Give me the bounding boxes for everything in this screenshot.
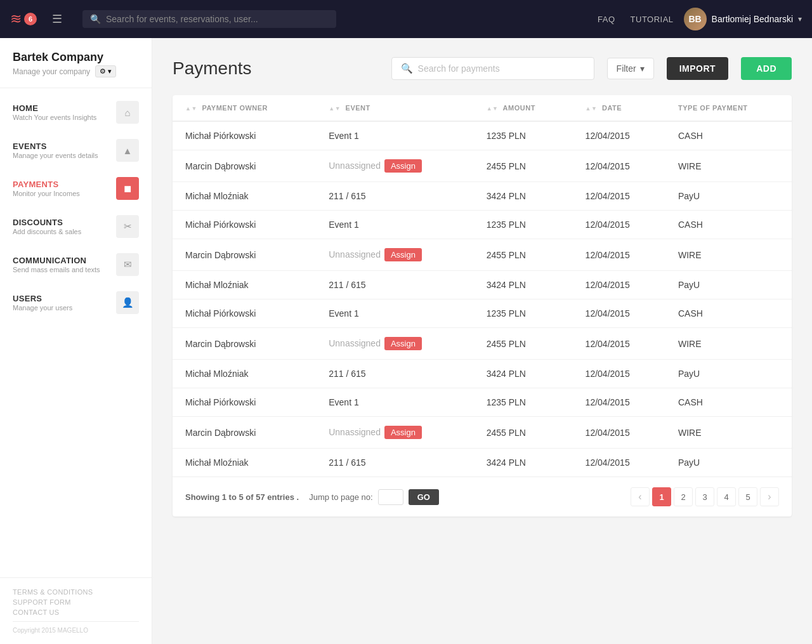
assign-button[interactable]: Assign [384, 426, 422, 439]
notification-badge[interactable]: 6 [24, 13, 37, 25]
unassigned-text: Unnassigned [329, 249, 381, 260]
col-date[interactable]: ▲▼ DATE [573, 95, 665, 121]
cell-amount: 3424 PLN [474, 182, 573, 211]
col-type: TYPE OF PAYMENT [665, 95, 792, 121]
cell-owner: Michał Piórkowski [173, 211, 316, 239]
payments-icon: ◼ [116, 177, 139, 200]
cell-type: CASH [665, 388, 792, 417]
cell-event: 211 / 615 [316, 271, 473, 299]
sidebar-item-payments-label: PAYMENTS [13, 180, 80, 189]
assign-button[interactable]: Assign [384, 337, 422, 350]
page-2-button[interactable]: 2 [674, 487, 693, 506]
chevron-down-icon: ▾ [798, 15, 802, 23]
filter-icon: ▾ [640, 63, 645, 74]
payments-search-input[interactable] [418, 63, 585, 74]
company-settings-button[interactable]: ⚙ ▾ [95, 65, 116, 77]
payments-table: ▲▼ PAYMENT OWNER ▲▼ EVENT ▲▼ AMOUNT ▲▼ [173, 95, 792, 476]
table-row: Michał Mloźniak211 / 6153424 PLN12/04/20… [173, 360, 792, 388]
cell-date: 12/04/2015 [573, 449, 665, 477]
cell-date: 12/04/2015 [573, 239, 665, 271]
tutorial-link[interactable]: TUTORIAL [631, 15, 674, 24]
cell-type: PayU [665, 449, 792, 477]
assign-button[interactable]: Assign [384, 159, 422, 173]
page-3-button[interactable]: 3 [695, 487, 714, 506]
cell-type: CASH [665, 121, 792, 150]
logo: ≋ 6 [10, 11, 37, 27]
cell-event: UnnassignedAssign [316, 417, 473, 449]
cell-amount: 3424 PLN [474, 449, 573, 477]
global-search-input[interactable] [106, 14, 329, 24]
menu-icon[interactable]: ☰ [52, 12, 62, 26]
topnav-links: FAQ TUTORIAL [598, 15, 674, 24]
users-icon: 👤 [116, 291, 139, 314]
table-row: Michał Mloźniak211 / 6153424 PLN12/04/20… [173, 449, 792, 477]
go-button[interactable]: GO [409, 489, 439, 505]
cell-date: 12/04/2015 [573, 360, 665, 388]
page-5-button[interactable]: 5 [738, 487, 757, 506]
cell-amount: 3424 PLN [474, 360, 573, 388]
terms-link[interactable]: TERMS & CONDITIONS [13, 588, 139, 596]
avatar: BB [684, 8, 707, 30]
assign-button[interactable]: Assign [384, 248, 422, 261]
cell-owner: Marcin Dąbrowski [173, 239, 316, 271]
user-menu[interactable]: BB Bartłomiej Bednarski ▾ [684, 8, 802, 30]
sidebar-nav: HOME Watch Your events Insights ⌂ EVENTS… [0, 88, 152, 577]
cell-amount: 3424 PLN [474, 271, 573, 299]
sidebar-item-payments[interactable]: PAYMENTS Monitor your Incomes ◼ [0, 169, 152, 207]
sidebar-item-events[interactable]: EVENTS Manage your events details ▲ [0, 131, 152, 169]
cell-owner: Michał Mloźniak [173, 271, 316, 299]
sort-icon: ▲▼ [586, 106, 598, 112]
table-header-row: ▲▼ PAYMENT OWNER ▲▼ EVENT ▲▼ AMOUNT ▲▼ [173, 95, 792, 121]
home-icon: ⌂ [116, 101, 139, 124]
sidebar-item-discounts[interactable]: DISCOUNTS Add discounts & sales ✂ [0, 207, 152, 246]
col-owner[interactable]: ▲▼ PAYMENT OWNER [173, 95, 316, 121]
contact-link[interactable]: CONTACT US [13, 608, 139, 616]
sort-icon: ▲▼ [487, 106, 499, 112]
cell-type: WIRE [665, 328, 792, 360]
cell-event: Event 1 [316, 388, 473, 417]
next-page-button[interactable]: › [760, 487, 779, 506]
cell-event: UnnassignedAssign [316, 328, 473, 360]
cell-date: 12/04/2015 [573, 121, 665, 150]
prev-page-button[interactable]: ‹ [631, 487, 650, 506]
sidebar-item-events-label: EVENTS [13, 141, 98, 151]
table-row: Michał Mloźniak211 / 6153424 PLN12/04/20… [173, 182, 792, 211]
page-4-button[interactable]: 4 [717, 487, 736, 506]
table-row: Marcin DąbrowskiUnnassignedAssign2455 PL… [173, 150, 792, 182]
sidebar-item-home[interactable]: HOME Watch Your events Insights ⌂ [0, 93, 152, 131]
col-amount[interactable]: ▲▼ AMOUNT [474, 95, 573, 121]
sidebar-item-communication-label: COMMUNICATION [13, 256, 100, 265]
company-name: Bartek Company [13, 51, 139, 64]
unassigned-text: Unnassigned [329, 338, 381, 348]
communication-icon: ✉ [116, 253, 139, 276]
table-row: Marcin DąbrowskiUnnassignedAssign2455 PL… [173, 417, 792, 449]
cell-date: 12/04/2015 [573, 150, 665, 182]
add-button[interactable]: ADD [741, 57, 792, 80]
jump-input[interactable] [378, 489, 403, 505]
cell-event: 211 / 615 [316, 182, 473, 211]
import-button[interactable]: IMPORT [667, 57, 728, 80]
payments-tbody: Michał PiórkowskiEvent 11235 PLN12/04/20… [173, 121, 792, 476]
support-link[interactable]: SUPPORT FORM [13, 598, 139, 606]
company-subtitle: Manage your company ⚙ ▾ [13, 65, 139, 77]
cell-amount: 2455 PLN [474, 417, 573, 449]
sidebar-item-users[interactable]: USERS Manage your users 👤 [0, 284, 152, 322]
cell-owner: Michał Mloźniak [173, 360, 316, 388]
payments-table-wrapper: ▲▼ PAYMENT OWNER ▲▼ EVENT ▲▼ AMOUNT ▲▼ [173, 95, 792, 516]
sidebar-item-communication[interactable]: COMMUNICATION Send mass emails and texts… [0, 246, 152, 284]
table-row: Michał PiórkowskiEvent 11235 PLN12/04/20… [173, 388, 792, 417]
jump-section: Jump to page no: GO [309, 489, 439, 505]
table-row: Michał PiórkowskiEvent 11235 PLN12/04/20… [173, 211, 792, 239]
cell-event: Event 1 [316, 211, 473, 239]
col-event[interactable]: ▲▼ EVENT [316, 95, 473, 121]
page-1-button[interactable]: 1 [652, 487, 671, 506]
cell-type: PayU [665, 360, 792, 388]
discounts-icon: ✂ [116, 215, 139, 238]
cell-owner: Marcin Dąbrowski [173, 417, 316, 449]
sidebar-item-users-label: USERS [13, 294, 72, 303]
filter-button[interactable]: Filter ▾ [607, 58, 654, 79]
faq-link[interactable]: FAQ [598, 15, 615, 24]
table-row: Michał Mloźniak211 / 6153424 PLN12/04/20… [173, 271, 792, 299]
cell-event: UnnassignedAssign [316, 150, 473, 182]
cell-event: UnnassignedAssign [316, 239, 473, 271]
